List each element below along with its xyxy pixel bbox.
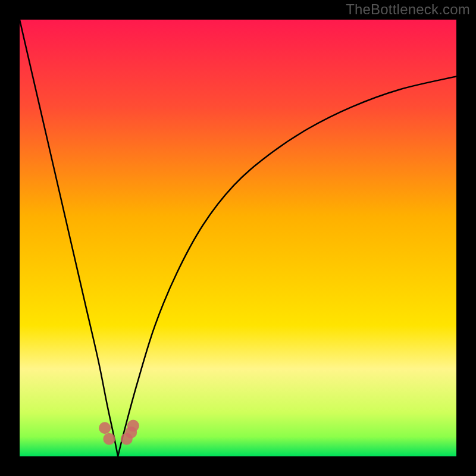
dip-marker: [99, 422, 111, 434]
plot-area: [20, 20, 456, 456]
gradient-background: [20, 20, 456, 456]
watermark-text: TheBottleneck.com: [346, 1, 470, 18]
dip-marker: [127, 420, 139, 432]
bottleneck-curve-chart: [20, 20, 456, 456]
chart-frame: TheBottleneck.com: [0, 0, 476, 476]
dip-marker: [103, 433, 115, 445]
